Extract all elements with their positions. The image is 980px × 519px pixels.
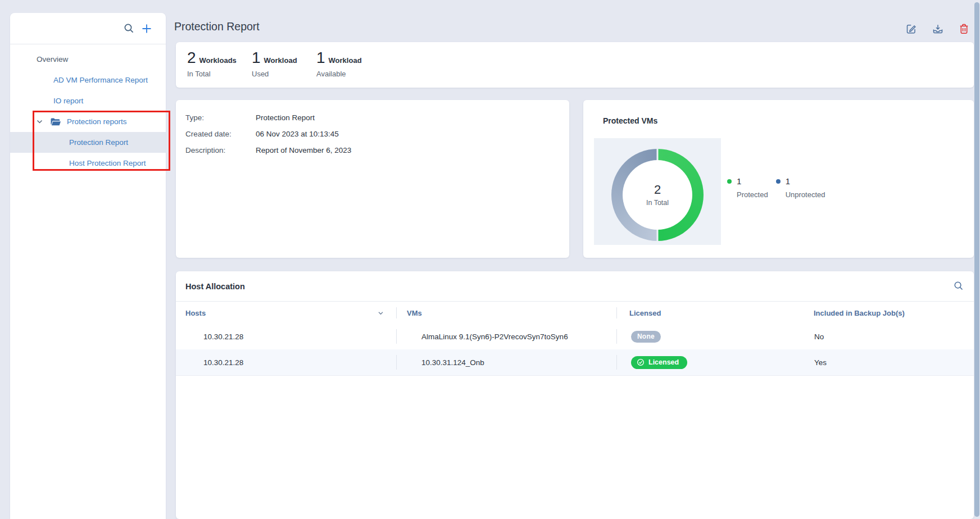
edit-report-icon[interactable]: [906, 24, 917, 34]
donut-total-value: 2: [654, 184, 661, 196]
detail-label: Type:: [185, 113, 256, 122]
cell-vm: AlmaLinux 9.1(Syn6)-P2VrecovSyn7toSyn6: [396, 324, 616, 349]
stat-in-total: 2WorkloadsIn Total: [187, 50, 252, 88]
sidebar-item-label: IO report: [53, 97, 83, 105]
add-report-icon[interactable]: [141, 23, 152, 34]
protected-vms-card: Protected VMs 2 In Total 1Protected1Unpr…: [583, 100, 974, 258]
legend-dot: [727, 179, 732, 184]
stat-unit: Workloads: [199, 56, 237, 65]
column-header-licensed: Licensed: [616, 302, 813, 324]
sidebar: OverviewAD VM Performance ReportIO repor…: [10, 13, 166, 519]
detail-row-type: Type:Protection Report: [185, 113, 569, 122]
cell-included-in-backup: No: [813, 324, 974, 349]
workload-stats-card: 2WorkloadsIn Total1WorkloadUsed1Workload…: [176, 42, 974, 88]
legend-item-unprotected: 1Unprotected: [776, 176, 825, 199]
sidebar-item-ad-vm-performance-report[interactable]: AD VM Performance Report: [10, 70, 166, 90]
stat-used: 1WorkloadUsed: [252, 50, 316, 88]
cell-included-in-backup: Yes: [813, 349, 974, 375]
detail-label: Description:: [185, 146, 256, 155]
folder-open-icon: [50, 117, 61, 126]
legend-label: Unprotected: [786, 190, 825, 199]
search-icon[interactable]: [124, 23, 134, 34]
report-tree: OverviewAD VM Performance ReportIO repor…: [10, 44, 166, 174]
legend-value: 1: [786, 176, 790, 186]
host-allocation-title: Host Allocation: [185, 282, 245, 291]
report-actions: [906, 24, 969, 34]
host-allocation-card: Host Allocation HostsVMsLicensedIncluded…: [176, 271, 974, 519]
donut-total-label: In Total: [646, 199, 669, 207]
none-badge: None: [631, 331, 661, 343]
chevron-down-icon[interactable]: [36, 118, 43, 125]
donut-separator: [657, 149, 659, 161]
cell-vm: 10.30.31.124_Onb: [396, 349, 616, 375]
stat-unit: Workload: [264, 56, 297, 65]
stat-value: 2: [187, 50, 196, 66]
page-title: Protection Report: [174, 20, 260, 33]
stat-caption: Available: [316, 70, 381, 78]
legend-value: 1: [737, 176, 741, 186]
cell-licensed: Licensed: [616, 349, 813, 375]
legend-dot: [776, 179, 781, 184]
sidebar-item-protection-reports[interactable]: Protection reports: [10, 111, 166, 132]
legend-label: Protected: [737, 190, 768, 199]
stat-value: 1: [316, 50, 325, 66]
sidebar-item-label: Host Protection Report: [69, 159, 146, 167]
donut-chart: 2 In Total: [611, 149, 704, 241]
stat-caption: In Total: [187, 70, 252, 78]
chart-legend: 1Protected1Unprotected: [727, 176, 825, 199]
sidebar-item-protection-report[interactable]: Protection Report: [10, 132, 166, 153]
detail-value: 06 Nov 2023 at 10:13:45: [256, 130, 339, 139]
sidebar-item-label: Protection Report: [69, 138, 128, 147]
sidebar-item-label: Protection reports: [67, 117, 127, 126]
legend-item-protected: 1Protected: [727, 176, 768, 199]
sidebar-item-overview[interactable]: Overview: [10, 49, 166, 70]
sidebar-item-label: AD VM Performance Report: [53, 76, 148, 84]
column-header-label: VMs: [407, 309, 422, 317]
licensed-badge-label: Licensed: [648, 358, 679, 366]
stat-available: 1WorkloadAvailable: [316, 50, 381, 88]
cell-host: 10.30.21.28: [176, 324, 396, 349]
cell-licensed: None: [616, 324, 813, 349]
delete-report-icon[interactable]: [959, 24, 969, 34]
vertical-scrollbar[interactable]: [974, 2, 979, 517]
sidebar-item-io-report[interactable]: IO report: [10, 90, 166, 111]
column-header-label: Hosts: [185, 309, 206, 317]
donut-center: 2 In Total: [623, 160, 692, 230]
detail-row-description: Description:Report of November 6, 2023: [185, 146, 569, 155]
column-header-label: Included in Backup Job(s): [814, 309, 905, 317]
detail-label: Created date:: [185, 130, 256, 139]
stat-caption: Used: [252, 70, 316, 78]
detail-value: Report of November 6, 2023: [256, 146, 351, 155]
sidebar-item-host-protection-report[interactable]: Host Protection Report: [10, 153, 166, 174]
table-row: 10.30.21.28AlmaLinux 9.1(Syn6)-P2VrecovS…: [176, 324, 974, 349]
cell-host: 10.30.21.28: [176, 349, 396, 375]
protected-vms-title: Protected VMs: [603, 116, 657, 125]
table-row: 10.30.21.2810.30.31.124_OnbLicensedYes: [176, 349, 974, 376]
protected-vms-chart: 2 In Total: [594, 138, 721, 245]
check-circle-icon: [637, 358, 645, 366]
licensed-badge: Licensed: [631, 356, 687, 369]
export-report-icon[interactable]: [932, 24, 943, 34]
column-header-label: Licensed: [629, 309, 661, 317]
detail-value: Protection Report: [256, 113, 315, 122]
column-header-vms: VMs: [396, 302, 616, 324]
stat-value: 1: [252, 50, 261, 66]
table-header-row: HostsVMsLicensedIncluded in Backup Job(s…: [176, 301, 974, 324]
stat-unit: Workload: [329, 56, 362, 65]
sidebar-toolbar: [10, 13, 166, 44]
column-header-included-in-backup-job-s: Included in Backup Job(s): [813, 302, 974, 324]
report-details-card: Type:Protection ReportCreated date:06 No…: [176, 100, 569, 258]
table-search-icon[interactable]: [954, 281, 964, 291]
table-body: 10.30.21.28AlmaLinux 9.1(Syn6)-P2VrecovS…: [176, 324, 974, 376]
donut-separator: [657, 229, 659, 241]
sidebar-item-label: Overview: [37, 55, 68, 63]
detail-row-created-date: Created date:06 Nov 2023 at 10:13:45: [185, 130, 569, 139]
column-header-hosts[interactable]: Hosts: [176, 302, 396, 324]
sort-chevron-icon[interactable]: [378, 310, 384, 316]
